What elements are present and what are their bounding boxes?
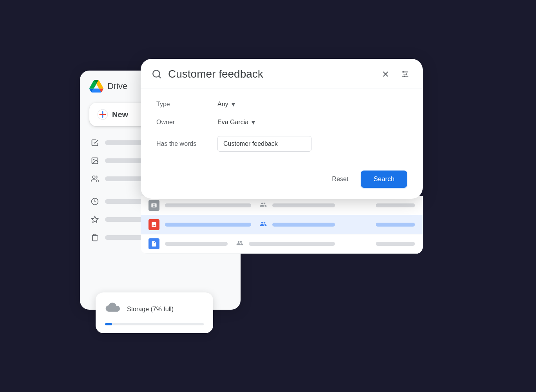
drive-app-title: Drive (107, 81, 127, 91)
svg-point-4 (93, 159, 94, 160)
image-icon (90, 156, 100, 165)
file-date-placeholder (249, 242, 335, 246)
svg-point-16 (403, 71, 405, 73)
svg-marker-7 (92, 216, 98, 223)
owner-filter-row: Owner Eva Garcia ▾ (156, 118, 407, 127)
file-list-area (141, 196, 423, 254)
people-icon (90, 174, 100, 183)
file-icon-image (148, 219, 159, 230)
search-filters-panel: Type Any ▾ Owner Eva Garcia ▾ Has the wo… (141, 89, 423, 171)
svg-line-9 (159, 76, 161, 78)
type-filter-value: Any (217, 101, 228, 108)
sharing-icon (260, 220, 267, 229)
type-filter-label: Type (156, 101, 211, 108)
words-filter-row: Has the words (156, 136, 407, 152)
file-date-placeholder (272, 203, 335, 207)
chevron-down-icon: ▾ (252, 118, 255, 127)
storage-progress-bar (105, 323, 204, 325)
search-dialog-header: Customer feedback (141, 59, 423, 89)
close-dialog-button[interactable] (379, 67, 392, 81)
reset-button[interactable]: Reset (326, 172, 355, 187)
new-button-label: New (112, 110, 128, 119)
search-dialog: Customer feedback Type Any ▾ (141, 59, 423, 199)
file-name-placeholder (165, 203, 251, 207)
words-filter-label: Has the words (156, 140, 211, 147)
sharing-icon (260, 201, 267, 210)
colorful-plus-icon (97, 110, 107, 119)
owner-filter-value: Eva Garcia (217, 119, 248, 126)
file-name-placeholder (165, 223, 251, 227)
sharing-icon (236, 240, 243, 249)
check-square-icon (90, 138, 100, 147)
table-row[interactable] (141, 234, 423, 254)
search-query-text: Customer feedback (168, 68, 373, 80)
file-icon-doc (148, 238, 159, 249)
words-filter-input[interactable] (217, 136, 311, 152)
storage-label: Storage (7% full) (127, 306, 174, 313)
trash-icon (90, 233, 100, 242)
file-icon-contact (148, 200, 159, 211)
table-row[interactable] (141, 196, 423, 215)
search-button[interactable]: Search (361, 171, 407, 188)
storage-bar-fill (105, 323, 112, 325)
type-filter-row: Type Any ▾ (156, 100, 407, 109)
filter-options-button[interactable] (398, 67, 412, 81)
search-actions: Reset Search (141, 171, 423, 199)
search-icon (152, 69, 162, 79)
cloud-icon (105, 301, 121, 318)
storage-header: Storage (7% full) (105, 301, 204, 318)
file-date-placeholder (272, 223, 335, 227)
table-row[interactable] (141, 215, 423, 234)
storage-card: Storage (7% full) (96, 292, 213, 333)
file-size-placeholder (376, 242, 415, 246)
chevron-down-icon: ▾ (232, 100, 235, 109)
svg-point-17 (406, 73, 407, 75)
svg-point-5 (92, 176, 95, 179)
star-icon (90, 215, 100, 224)
file-size-placeholder (376, 203, 415, 207)
file-size-placeholder (376, 223, 415, 227)
owner-filter-select[interactable]: Eva Garcia ▾ (217, 118, 255, 127)
owner-filter-label: Owner (156, 119, 211, 126)
type-filter-select[interactable]: Any ▾ (217, 100, 235, 109)
file-name-placeholder (165, 242, 228, 246)
clock-icon (90, 197, 100, 206)
svg-point-18 (404, 76, 405, 77)
drive-logo-icon (89, 79, 103, 93)
